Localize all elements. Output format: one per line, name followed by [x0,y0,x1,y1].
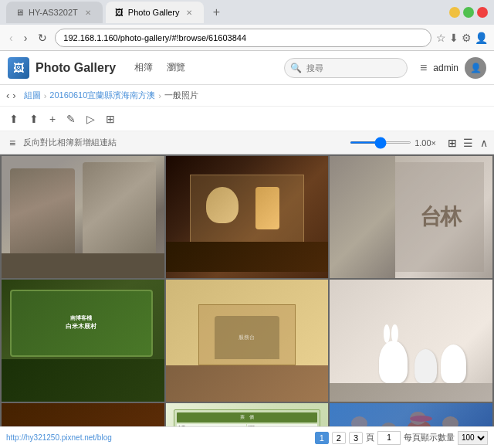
gallery-item-6[interactable] [330,280,492,402]
photo-3: 台林 [330,156,492,278]
breadcrumb-path1[interactable]: 20160610宜蘭縣濱海南方澳 [49,90,155,101]
view-controls: ≡ 反向對比相簿新增組連結 1.00× ⊞ ☰ ∧ [0,131,494,154]
per-page-select[interactable]: 100 50 200 [458,431,488,445]
breadcrumb-back[interactable]: ‹ [6,90,9,101]
gallery-grid: 台林 南博客棧 白米木屐村 [0,154,494,426]
settings-icon[interactable]: ⚙ [462,32,472,44]
footer-url: http://hy321250.pixnet.net/blog [6,433,312,442]
video-button[interactable]: ▷ [83,111,98,127]
close-button[interactable] [477,7,488,18]
tab1-label: HY-AS3202T [29,8,78,17]
zoom-area: 1.00× [350,138,436,148]
per-page-label: 每頁顯示數量 [404,432,455,443]
forward-button[interactable]: › [21,30,31,46]
toolbar: ⬆ ⬆ + ✎ ▷ ⊞ [0,107,494,131]
tab2-icon: 🖼 [115,8,124,17]
address-bar: ‹ › ↻ ☆ ⬇ ⚙ 👤 [0,25,494,51]
search-icon: 🔍 [290,63,302,73]
breadcrumb-current: 一般照片 [164,90,198,101]
breadcrumb-sep1: › [44,91,47,100]
gallery-item-2[interactable] [166,156,329,278]
search-input[interactable] [284,58,408,78]
nav-browse[interactable]: 瀏覽 [161,58,191,77]
photo-7 [2,403,164,426]
new-tab-button[interactable]: + [207,3,225,22]
photo-8: 票 價 全票 150 半票 100 免費 [166,403,329,426]
tab1-icon: 🖥 [15,8,24,17]
tab2-label: Photo Gallery [128,8,180,17]
header-nav: 相簿 瀏覽 [128,58,191,77]
url-bar[interactable] [55,29,431,47]
gallery-item-8[interactable]: 票 價 全票 150 半票 100 免費 [166,403,329,426]
grid-view-button[interactable]: ⊞ [445,135,459,151]
app-header: 🖼 Photo Gallery 相簿 瀏覽 🔍 ≡ admin 👤 [0,51,494,85]
photo-4: 南博客棧 白米木屐村 [2,280,164,402]
breadcrumb-forward[interactable]: › [12,90,15,101]
nav-albums[interactable]: 相簿 [128,58,159,77]
tab-hy-as3202t[interactable]: 🖥 HY-AS3202T ✕ [6,2,103,23]
user-avatar[interactable]: 👤 [465,57,486,79]
tab1-close[interactable]: ✕ [83,7,93,18]
app-logo: 🖼 [8,57,29,79]
reload-button[interactable]: ↻ [35,30,50,46]
download-icon[interactable]: ⬇ [449,32,458,44]
maximize-button[interactable] [463,7,474,18]
edit-button[interactable]: ✎ [63,111,79,127]
gallery-item-1[interactable] [2,156,164,278]
admin-label: admin [433,63,458,73]
more-button[interactable]: ⊞ [103,111,118,127]
collapse-button[interactable]: ∧ [480,137,488,149]
app-title: Photo Gallery [36,61,116,75]
header-right: ≡ admin 👤 [420,57,486,79]
photo-1 [2,156,164,278]
page-input[interactable] [377,431,401,445]
photo-6 [330,280,492,402]
tab-photo-gallery[interactable]: 🖼 Photo Gallery ✕ [106,2,205,23]
photo-5: 服務台 [166,280,329,402]
view-toggle: ⊞ ☰ [445,135,475,151]
browser-titlebar: 🖥 HY-AS3202T ✕ 🖼 Photo Gallery ✕ + [0,0,494,25]
menu-icon[interactable]: ≡ [6,135,19,151]
page-label: 頁 [366,432,374,443]
page-button-1[interactable]: 1 [315,432,329,444]
address-bar-icons: ☆ ⬇ ⚙ 👤 [436,32,488,44]
breadcrumb-nav: ‹ › [6,90,16,101]
gallery-item-7[interactable] [2,403,164,426]
minimize-button[interactable] [449,7,460,18]
window-controls [449,7,488,18]
filter-text: 反向對比相簿新增組連結 [23,137,345,148]
footer: http://hy321250.pixnet.net/blog 1 2 3 頁 … [0,426,494,448]
tab2-close[interactable]: ✕ [184,7,195,18]
gallery-item-5[interactable]: 服務台 [166,280,329,402]
gallery-item-4[interactable]: 南博客棧 白米木屐村 [2,280,164,402]
breadcrumb: ‹ › 組圖 › 20160610宜蘭縣濱海南方澳 › 一般照片 [0,85,494,107]
gallery-item-3[interactable]: 台林 [330,156,492,278]
user-icon-addr[interactable]: 👤 [475,32,488,44]
search-wrapper: 🔍 [284,58,408,78]
share-button[interactable]: ⬆ [6,111,22,127]
breadcrumb-sep2: › [158,91,161,100]
list-icon[interactable]: ≡ [420,61,427,75]
zoom-label: 1.00× [414,138,436,148]
page-button-3[interactable]: 3 [349,432,363,444]
back-button[interactable]: ‹ [6,30,16,46]
page-navigation: 1 2 3 [315,432,363,444]
gallery-container[interactable]: 台林 南博客棧 白米木屐村 [0,154,494,426]
page-select-area: 頁 每頁顯示數量 100 50 200 [366,431,488,445]
zoom-slider[interactable] [350,141,411,144]
add-button[interactable]: + [46,111,59,127]
gallery-item-9[interactable] [330,403,492,426]
breadcrumb-home[interactable]: 組圖 [24,90,41,101]
upload-button[interactable]: ⬆ [26,111,42,127]
page-button-2[interactable]: 2 [332,432,346,444]
list-view-button[interactable]: ☰ [461,135,475,151]
photo-2 [166,156,329,278]
photo-9 [330,403,492,426]
bookmark-icon[interactable]: ☆ [436,32,446,44]
